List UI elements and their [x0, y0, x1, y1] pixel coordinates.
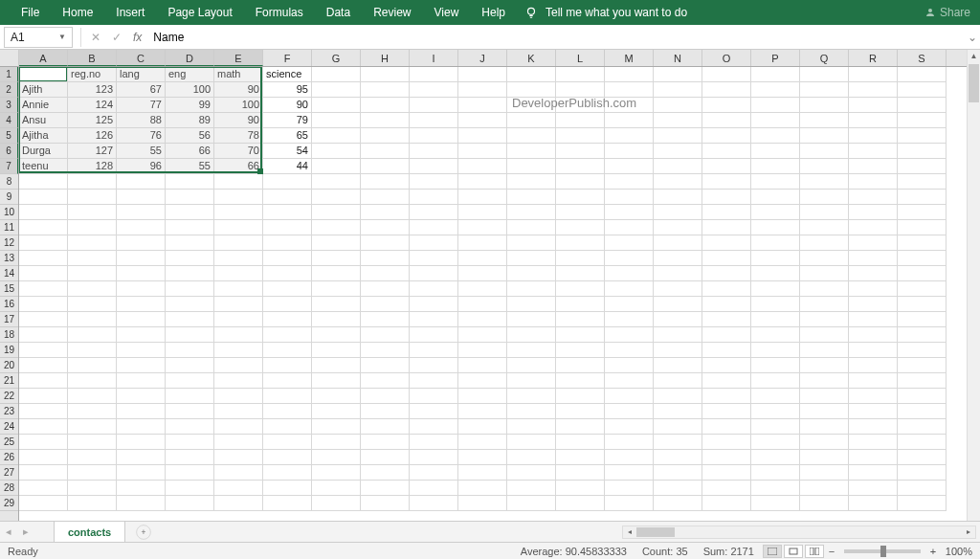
cell-B11[interactable] [68, 220, 117, 235]
cell-I14[interactable] [410, 266, 458, 281]
cell-Q6[interactable] [800, 144, 849, 159]
col-header-F[interactable]: F [263, 50, 312, 66]
cell-R8[interactable] [849, 174, 898, 190]
cell-M29[interactable] [605, 496, 654, 511]
cell-N3[interactable] [654, 98, 702, 113]
cell-N17[interactable] [654, 312, 702, 327]
cell-F2[interactable]: 95 [263, 82, 312, 98]
cell-F28[interactable] [263, 481, 312, 496]
cell-B23[interactable] [68, 404, 117, 419]
cell-C4[interactable]: 88 [117, 113, 166, 128]
cell-K25[interactable] [507, 435, 556, 450]
cell-H12[interactable] [361, 235, 410, 251]
cell-G9[interactable] [312, 190, 361, 205]
cell-L1[interactable] [556, 67, 605, 82]
cell-L2[interactable] [556, 82, 605, 98]
cell-E18[interactable] [214, 327, 263, 343]
cell-E17[interactable] [214, 312, 263, 327]
cell-J24[interactable] [458, 419, 507, 435]
view-normal-button[interactable] [763, 545, 782, 558]
cell-C3[interactable]: 77 [117, 98, 166, 113]
cell-C18[interactable] [117, 327, 166, 343]
cell-M7[interactable] [605, 159, 654, 174]
cell-S2[interactable] [898, 82, 947, 98]
cell-B18[interactable] [68, 327, 117, 343]
cell-B17[interactable] [68, 312, 117, 327]
cell-R18[interactable] [849, 327, 898, 343]
cell-G25[interactable] [312, 435, 361, 450]
cell-H27[interactable] [361, 465, 410, 481]
cell-P21[interactable] [751, 373, 800, 389]
cell-I15[interactable] [410, 281, 458, 297]
cell-F25[interactable] [263, 435, 312, 450]
row-header-13[interactable]: 13 [0, 251, 18, 266]
cell-N21[interactable] [654, 373, 702, 389]
cell-L11[interactable] [556, 220, 605, 235]
cell-S16[interactable] [898, 297, 947, 312]
cell-J21[interactable] [458, 373, 507, 389]
cell-N20[interactable] [654, 358, 702, 373]
cell-A21[interactable] [19, 373, 68, 389]
cell-K14[interactable] [507, 266, 556, 281]
cell-K11[interactable] [507, 220, 556, 235]
cell-R25[interactable] [849, 435, 898, 450]
cell-F23[interactable] [263, 404, 312, 419]
cell-H2[interactable] [361, 82, 410, 98]
cell-D1[interactable]: eng [166, 67, 214, 82]
cell-O3[interactable] [702, 98, 751, 113]
cell-I12[interactable] [410, 235, 458, 251]
cell-O16[interactable] [702, 297, 751, 312]
cell-I18[interactable] [410, 327, 458, 343]
cell-F27[interactable] [263, 465, 312, 481]
cell-R10[interactable] [849, 205, 898, 220]
cell-C26[interactable] [117, 450, 166, 465]
sheet-nav-next[interactable]: ▸ [17, 525, 34, 538]
cell-K2[interactable] [507, 82, 556, 98]
cell-K17[interactable] [507, 312, 556, 327]
cell-O15[interactable] [702, 281, 751, 297]
cell-N8[interactable] [654, 174, 702, 190]
cell-J11[interactable] [458, 220, 507, 235]
col-header-K[interactable]: K [507, 50, 556, 66]
cell-G29[interactable] [312, 496, 361, 511]
cell-H11[interactable] [361, 220, 410, 235]
cell-L12[interactable] [556, 235, 605, 251]
cell-S25[interactable] [898, 435, 947, 450]
cell-E2[interactable]: 90 [214, 82, 263, 98]
cell-J14[interactable] [458, 266, 507, 281]
cell-D17[interactable] [166, 312, 214, 327]
cell-E19[interactable] [214, 343, 263, 358]
cell-O9[interactable] [702, 190, 751, 205]
cell-J25[interactable] [458, 435, 507, 450]
cell-P26[interactable] [751, 450, 800, 465]
cell-J29[interactable] [458, 496, 507, 511]
cell-E12[interactable] [214, 235, 263, 251]
cell-L26[interactable] [556, 450, 605, 465]
cell-N15[interactable] [654, 281, 702, 297]
cell-G13[interactable] [312, 251, 361, 266]
row-header-26[interactable]: 26 [0, 450, 18, 465]
cell-C19[interactable] [117, 343, 166, 358]
cell-M12[interactable] [605, 235, 654, 251]
cell-K23[interactable] [507, 404, 556, 419]
row-header-27[interactable]: 27 [0, 465, 18, 481]
cell-N4[interactable] [654, 113, 702, 128]
cell-M17[interactable] [605, 312, 654, 327]
cell-I16[interactable] [410, 297, 458, 312]
cell-D12[interactable] [166, 235, 214, 251]
cell-K15[interactable] [507, 281, 556, 297]
col-header-G[interactable]: G [312, 50, 361, 66]
cell-B10[interactable] [68, 205, 117, 220]
cell-A1[interactable]: Name [19, 67, 68, 82]
cell-P25[interactable] [751, 435, 800, 450]
cell-E13[interactable] [214, 251, 263, 266]
cell-C12[interactable] [117, 235, 166, 251]
cell-Q11[interactable] [800, 220, 849, 235]
cell-K21[interactable] [507, 373, 556, 389]
row-header-14[interactable]: 14 [0, 266, 18, 281]
cell-H8[interactable] [361, 174, 410, 190]
col-header-M[interactable]: M [605, 50, 654, 66]
tab-home[interactable]: Home [51, 0, 104, 25]
cell-K4[interactable] [507, 113, 556, 128]
cell-A15[interactable] [19, 281, 68, 297]
